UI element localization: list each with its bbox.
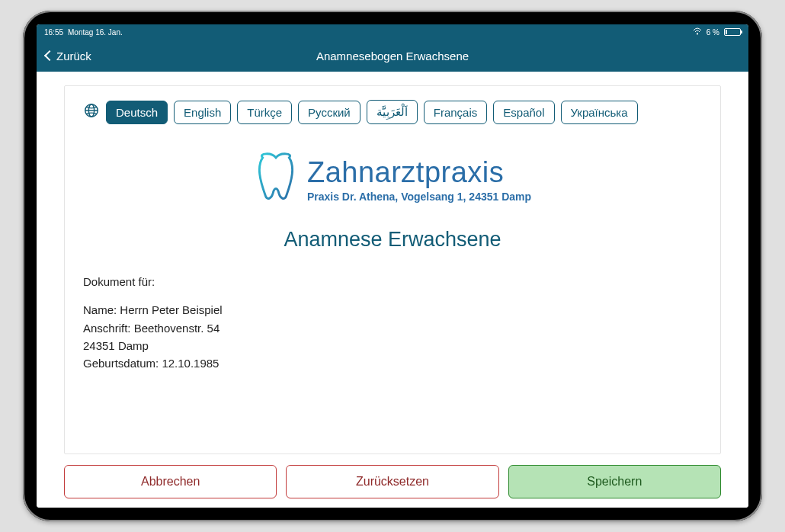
wifi-icon bbox=[693, 27, 702, 37]
status-date: Montag 16. Jan. bbox=[68, 28, 123, 37]
lang-button-francais[interactable]: Français bbox=[424, 101, 488, 124]
footer-buttons: Abbrechen Zurücksetzen Speichern bbox=[64, 465, 721, 498]
patient-info: Dokument für: Name: Herrn Peter Beispiel… bbox=[83, 273, 702, 372]
document-title: Anamnese Erwachsene bbox=[83, 228, 702, 252]
practice-logo: Zahnarztpraxis Praxis Dr. Athena, Vogels… bbox=[83, 150, 702, 208]
cancel-button[interactable]: Abbrechen bbox=[64, 465, 277, 498]
document-for-label: Dokument für: bbox=[83, 273, 702, 290]
svg-point-0 bbox=[697, 34, 698, 35]
lang-button-deutsch[interactable]: Deutsch bbox=[106, 101, 168, 124]
lang-button-russian[interactable]: Русский bbox=[298, 101, 360, 124]
lang-button-english[interactable]: English bbox=[174, 101, 231, 124]
patient-city: 24351 Damp bbox=[83, 337, 702, 354]
nav-title: Anamnesebogen Erwachsene bbox=[316, 50, 469, 62]
back-label: Zurück bbox=[56, 50, 91, 62]
reset-button[interactable]: Zurücksetzen bbox=[286, 465, 498, 498]
patient-address: Anschrift: Beethovenstr. 54 bbox=[83, 319, 702, 337]
save-button[interactable]: Speichern bbox=[508, 465, 721, 498]
battery-icon bbox=[724, 28, 741, 36]
status-time: 16:55 bbox=[44, 28, 63, 37]
patient-name: Name: Herrn Peter Beispiel bbox=[83, 301, 702, 319]
tooth-icon bbox=[254, 150, 298, 208]
lang-button-arabic[interactable]: اَلْعَرَبِيَّة bbox=[367, 100, 418, 124]
battery-percent: 6 % bbox=[706, 28, 719, 37]
form-card: Deutsch English Türkçe Русский اَلْعَرَب… bbox=[64, 85, 721, 454]
back-button[interactable]: Zurück bbox=[46, 50, 91, 62]
logo-title: Zahnarztpraxis bbox=[307, 156, 531, 189]
globe-icon bbox=[83, 102, 100, 122]
lang-button-ukrainian[interactable]: Українська bbox=[561, 101, 638, 124]
nav-bar: Zurück Anamnesebogen Erwachsene bbox=[37, 40, 748, 72]
lang-button-espanol[interactable]: Español bbox=[493, 101, 554, 124]
content-area: Deutsch English Türkçe Русский اَلْعَرَب… bbox=[37, 72, 748, 508]
lang-button-turkce[interactable]: Türkçe bbox=[237, 101, 292, 124]
language-selector: Deutsch English Türkçe Русский اَلْعَرَب… bbox=[83, 100, 702, 124]
tablet-frame: 16:55 Montag 16. Jan. 6 % Zurück Anamnes… bbox=[23, 11, 762, 521]
chevron-left-icon bbox=[44, 50, 55, 61]
patient-dob: Geburtsdatum: 12.10.1985 bbox=[83, 354, 702, 372]
status-bar: 16:55 Montag 16. Jan. 6 % bbox=[37, 24, 748, 40]
screen: 16:55 Montag 16. Jan. 6 % Zurück Anamnes… bbox=[37, 24, 748, 508]
logo-subtitle: Praxis Dr. Athena, Vogelsang 1, 24351 Da… bbox=[307, 191, 531, 203]
